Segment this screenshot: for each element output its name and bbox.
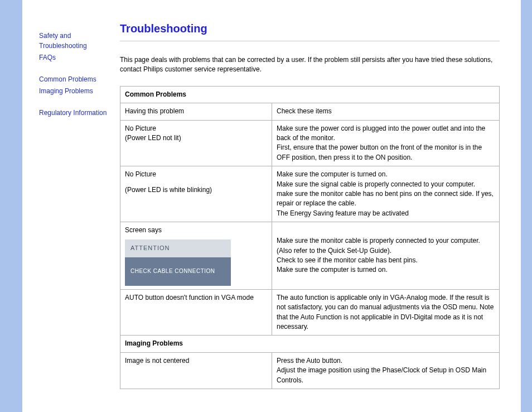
table-row: No Picture (Power LED not lit) Make sure… [120,120,500,166]
page-title: Troubleshooting [120,22,500,35]
column-heading-problem: Having this problem [120,103,272,120]
page-container: Safety and Troubleshooting FAQs Common P… [0,0,532,412]
solution-text: Make sure the power cord is plugged into… [277,124,495,143]
solution-text: Make sure the monitor cable is properly … [277,236,495,256]
attention-message: CHECK CABLE CONNECTION [125,257,231,286]
solution-cell: The auto function is applicable only in … [272,289,500,336]
problem-text: No Picture [125,124,267,133]
problem-cell: Screen says ATTENTION CHECK CABLE CONNEC… [120,222,272,290]
problem-cell: No Picture (Power LED is white blinking) [120,166,272,222]
problem-text: Screen says [125,226,267,235]
nav-link-common-problems[interactable]: Common Problems [39,74,112,84]
solution-text: Check to see if the monitor cable has be… [277,256,495,265]
nav-link-regulatory[interactable]: Regulatory Information [39,108,112,118]
table-row: No Picture (Power LED is white blinking)… [120,166,500,222]
left-decorative-bar [0,0,22,412]
troubleshooting-table: Common Problems Having this problem Chec… [120,86,500,389]
solution-cell: Press the Auto button. Adjust the image … [272,352,500,389]
nav-link-faqs[interactable]: FAQs [39,52,112,63]
problem-cell: Image is not centered [120,352,272,389]
solution-text: Press the Auto button. [277,356,495,366]
table-section-row: Imaging Problems [120,336,500,352]
table-header-row: Having this problem Check these items [120,103,500,120]
solution-text: make sure the monitor cable has no bent … [277,189,495,209]
solution-text: Adjust the image position using the Phas… [277,366,495,385]
main-content: Troubleshooting This page deals with pro… [117,0,511,412]
table-row: Image is not centered Press the Auto but… [120,352,500,389]
problem-cell: No Picture (Power LED not lit) [120,120,272,166]
nav-link-imaging-problems[interactable]: Imaging Problems [39,86,112,96]
solution-text: The Energy Saving feature may be activat… [277,209,495,218]
sidebar-nav: Safety and Troubleshooting FAQs Common P… [22,0,117,412]
attention-dialog: ATTENTION CHECK CABLE CONNECTION [125,239,231,285]
section-heading-common: Common Problems [120,86,500,103]
solution-text: Make sure the computer is turned on. [277,265,495,275]
problem-text: AUTO button doesn't function in VGA mode [125,293,267,303]
solution-text: The auto function is applicable only in … [277,293,495,332]
table-section-row: Common Problems [120,86,500,103]
column-heading-check: Check these items [272,103,500,120]
solution-cell: Make sure the power cord is plugged into… [272,120,500,166]
solution-text: First, ensure that the power button on t… [277,143,495,162]
solution-cell: Make sure the computer is turned on. Mak… [272,166,500,222]
table-row: Screen says ATTENTION CHECK CABLE CONNEC… [120,222,500,290]
problem-text: (Power LED is white blinking) [125,185,267,195]
right-decorative-bar [521,0,532,412]
attention-header: ATTENTION [125,239,231,257]
intro-text: This page deals with problems that can b… [120,55,500,75]
section-heading-imaging: Imaging Problems [120,336,500,352]
problem-text: No Picture [125,170,267,179]
problem-cell: AUTO button doesn't function in VGA mode [120,289,272,336]
problem-text: (Power LED not lit) [125,133,267,143]
title-divider [120,41,500,41]
solution-cell: Make sure the monitor cable is properly … [272,222,500,290]
nav-link-safety[interactable]: Safety and Troubleshooting [39,31,112,51]
solution-text: Make sure the computer is turned on. [277,170,495,179]
table-row: AUTO button doesn't function in VGA mode… [120,289,500,336]
solution-text: Make sure the signal cable is properly c… [277,180,495,189]
right-gap [511,0,521,412]
problem-text: Image is not centered [125,356,267,366]
